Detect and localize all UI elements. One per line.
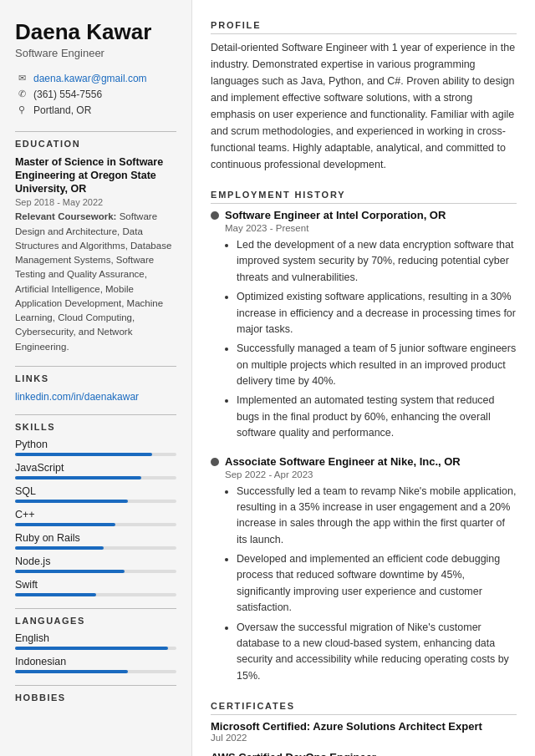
skill-label: SQL xyxy=(15,485,176,497)
candidate-name: Daena Kawar xyxy=(15,20,176,44)
skills-divider xyxy=(15,414,176,415)
phone-icon: ✆ xyxy=(15,89,28,99)
languages-section: English Indonesian xyxy=(15,632,176,673)
skill-bar-bg xyxy=(15,476,176,479)
skill-bar-bg xyxy=(15,593,176,596)
language-bar-fill xyxy=(15,647,168,650)
certificates-section-title: CERTIFICATES xyxy=(211,701,517,715)
phone-item: ✆ (361) 554-7556 xyxy=(15,89,176,100)
skill-item: Python xyxy=(15,439,176,456)
links-section: linkedin.com/in/daenakawar xyxy=(15,390,176,403)
education-block: Master of Science in Software Engineerin… xyxy=(15,155,176,354)
language-bar-fill xyxy=(15,670,128,673)
skill-label: JavaScript xyxy=(15,462,176,474)
email-link[interactable]: daena.kawar@gmail.com xyxy=(33,73,147,84)
main-content: PROFILE Detail-oriented Software Enginee… xyxy=(192,0,535,756)
skills-section-title: SKILLS xyxy=(15,422,176,432)
edu-date: Sep 2018 - May 2022 xyxy=(15,197,176,207)
links-divider xyxy=(15,366,176,367)
job-bullet: Optimized existing software applications… xyxy=(237,289,517,337)
sidebar: Daena Kawar Software Engineer ✉ daena.ka… xyxy=(0,0,192,756)
skill-bar-fill xyxy=(15,546,104,550)
job-block: Associate Software Engineer at Nike, Inc… xyxy=(211,455,517,685)
contact-section: ✉ daena.kawar@gmail.com ✆ (361) 554-7556… xyxy=(15,73,176,116)
language-label: Indonesian xyxy=(15,656,176,667)
job-bullets: Successfully led a team to revamp Nike's… xyxy=(225,484,517,685)
cert-name: AWS Certified DevOps Engineer xyxy=(211,751,517,756)
employment-section-title: EMPLOYMENT HISTORY xyxy=(211,190,517,204)
edu-courses: Relevant Coursework: Software Design and… xyxy=(15,210,176,354)
skill-label: Ruby on Rails xyxy=(15,532,176,544)
profile-section: PROFILE Detail-oriented Software Enginee… xyxy=(211,20,517,173)
language-label: English xyxy=(15,632,176,644)
job-block: Software Engineer at Intel Corporation, … xyxy=(211,209,517,442)
email-icon: ✉ xyxy=(15,73,28,84)
job-dot xyxy=(211,211,219,220)
skill-label: C++ xyxy=(15,509,176,520)
candidate-title: Software Engineer xyxy=(15,47,176,59)
job-bullet: Successfully led a team to revamp Nike's… xyxy=(237,484,517,549)
skill-bar-bg xyxy=(15,570,176,573)
job-bullet: Implemented an automated testing system … xyxy=(237,393,517,441)
phone-text: (361) 554-7556 xyxy=(33,89,102,100)
profile-text: Detail-oriented Software Engineer with 1… xyxy=(211,39,517,173)
skill-bar-fill xyxy=(15,570,125,573)
job-header: Associate Software Engineer at Nike, Inc… xyxy=(211,455,517,468)
skill-bar-bg xyxy=(15,500,176,503)
resume-container: Daena Kawar Software Engineer ✉ daena.ka… xyxy=(0,0,535,756)
job-date: May 2023 - Present xyxy=(225,223,517,233)
job-bullet: Developed and implemented an efficient c… xyxy=(237,551,517,616)
skill-bar-fill xyxy=(15,523,115,526)
edu-degree: Master of Science in Software Engineerin… xyxy=(15,155,176,196)
profile-section-title: PROFILE xyxy=(211,20,517,34)
skill-item: Ruby on Rails xyxy=(15,532,176,550)
skill-bar-fill xyxy=(15,476,141,479)
job-bullet: Led the development of a new data encryp… xyxy=(237,237,517,286)
languages-divider xyxy=(15,608,176,609)
location-item: ⚲ Portland, OR xyxy=(15,104,176,116)
job-bullet: Successfully managed a team of 5 junior … xyxy=(237,341,517,389)
cert-date: Jul 2022 xyxy=(211,733,517,743)
skill-bar-fill xyxy=(15,500,128,503)
hobbies-section-title: HOBBIES xyxy=(15,693,176,703)
education-section-title: EDUCATION xyxy=(15,139,176,149)
skill-label: Python xyxy=(15,439,176,450)
links-section-title: LINKS xyxy=(15,373,176,383)
skill-bar-bg xyxy=(15,546,176,550)
languages-section-title: LANGUAGES xyxy=(15,616,176,626)
job-dot xyxy=(211,458,219,466)
job-title: Software Engineer at Intel Corporation, … xyxy=(225,209,446,221)
jobs-container: Software Engineer at Intel Corporation, … xyxy=(211,209,517,684)
location-text: Portland, OR xyxy=(33,104,91,116)
language-bar-bg xyxy=(15,670,176,673)
language-item: Indonesian xyxy=(15,656,176,673)
cert-name: Microsoft Certified: Azure Solutions Arc… xyxy=(211,720,517,733)
certs-container: Microsoft Certified: Azure Solutions Arc… xyxy=(211,720,517,756)
skill-label: Node.js xyxy=(15,556,176,567)
linkedin-link[interactable]: linkedin.com/in/daenakawar xyxy=(15,391,139,403)
skill-item: SQL xyxy=(15,485,176,503)
courses-label: Relevant Coursework: xyxy=(15,211,116,221)
skill-bar-fill xyxy=(15,593,96,596)
job-date: Sep 2022 - Apr 2023 xyxy=(225,469,517,479)
cert-block: Microsoft Certified: Azure Solutions Arc… xyxy=(211,720,517,743)
education-divider xyxy=(15,131,176,132)
courses-text: Software Design and Architecture, Data S… xyxy=(15,211,171,351)
language-bar-bg xyxy=(15,647,176,650)
hobbies-divider xyxy=(15,685,176,686)
language-item: English xyxy=(15,632,176,650)
skill-bar-fill xyxy=(15,453,152,456)
job-title: Associate Software Engineer at Nike, Inc… xyxy=(225,455,461,468)
skill-bar-bg xyxy=(15,523,176,526)
job-header: Software Engineer at Intel Corporation, … xyxy=(211,209,517,221)
skill-item: C++ xyxy=(15,509,176,526)
job-bullet: Oversaw the successful migration of Nike… xyxy=(237,620,517,685)
cert-block: AWS Certified DevOps Engineer Apr 2021 xyxy=(211,751,517,756)
skill-item: Swift xyxy=(15,579,176,596)
location-icon: ⚲ xyxy=(15,104,28,115)
skill-label: Swift xyxy=(15,579,176,591)
employment-section: EMPLOYMENT HISTORY Software Engineer at … xyxy=(211,190,517,684)
email-item: ✉ daena.kawar@gmail.com xyxy=(15,73,176,84)
skill-item: JavaScript xyxy=(15,462,176,479)
job-bullets: Led the development of a new data encryp… xyxy=(225,237,517,442)
